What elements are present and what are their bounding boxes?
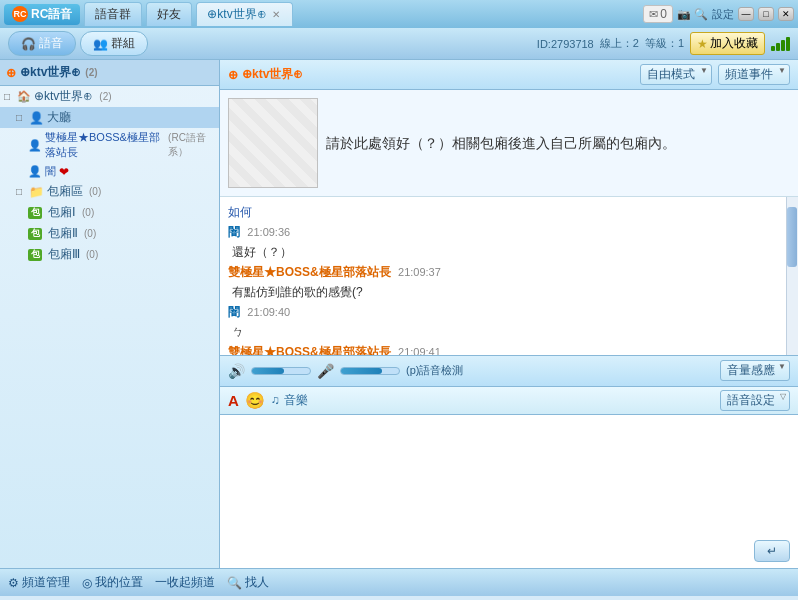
text-input-area: ↵ (220, 415, 798, 569)
mic-volume-fill (341, 368, 382, 374)
room1-count: (0) (82, 207, 94, 218)
my-location-label: 我的位置 (95, 574, 143, 591)
scrollbar-thumb[interactable] (787, 207, 797, 267)
sidebar-item-user1[interactable]: 👤 雙極星★BOSS&極星部落站長 (RC語音系） (0, 128, 219, 162)
channel-name: ⊕ktv世界⊕ (20, 64, 81, 81)
chat-message-4-header: 雙極星★BOSS&極星部落站長 21:09:41 (228, 343, 780, 355)
group-button[interactable]: 👥 群組 (80, 31, 148, 56)
speaker-volume-fill (252, 368, 284, 374)
voice-button[interactable]: 🎧 語音 (8, 31, 76, 56)
channel-header: ⊕ ⊕ktv世界⊕ (2) (0, 60, 219, 86)
room2-icon: 包 (28, 228, 42, 240)
chat-area[interactable]: 如何 闇 21:09:36 還好（？） 雙極星★BOSS&極星部落站長 21:0… (220, 197, 798, 355)
sidebar-item-ktv-root[interactable]: □ 🏠 ⊕ktv世界⊕ (2) (0, 86, 219, 107)
minimize-button[interactable]: — (738, 7, 754, 21)
channel-mgmt-button[interactable]: ⚙ 頻道管理 (8, 574, 70, 591)
close-button[interactable]: ✕ (778, 7, 794, 21)
rooms-count: (0) (89, 186, 101, 197)
chat-time-2: 21:09:37 (398, 266, 441, 278)
tab-ktv-label: ⊕ktv世界⊕ (207, 6, 266, 23)
chat-message-1b: 還好（？） (228, 243, 780, 261)
group-btn-label: 群組 (111, 35, 135, 52)
sidebar-item-room3[interactable]: 包 包廂Ⅲ (0) (0, 244, 219, 265)
window-controls: ✉ 0 📷 🔍 設定 — □ ✕ (643, 5, 794, 23)
sidebar: ⊕ ⊕ktv世界⊕ (2) □ 🏠 ⊕ktv世界⊕ (2) □ 👤 大廳 👤 雙… (0, 60, 220, 568)
user1-name: 雙極星★BOSS&極星部落站長 (45, 130, 165, 160)
collapse-button[interactable]: 一收起頻道 (155, 574, 215, 591)
ktv-root-label: ⊕ktv世界⊕ (34, 88, 93, 105)
audio-controls: 🔊 🎤 (p)語音檢測 音量感應 (220, 355, 798, 387)
welcome-text: 請於此處領好（？）相關包廂後進入自己所屬的包廂內。 (326, 98, 676, 188)
channel-icon: ⊕ (6, 66, 16, 80)
welcome-image (228, 98, 318, 188)
collapse-label: 一收起頻道 (155, 574, 215, 591)
level-label: 等級：1 (645, 36, 684, 51)
tab-yuyin[interactable]: 語音群 (84, 2, 142, 26)
sidebar-item-rooms[interactable]: □ 📁 包廂區 (0) (0, 181, 219, 202)
sidebar-item-room1[interactable]: 包 包廂Ⅰ (0) (0, 202, 219, 223)
speaker-icon: 🔊 (228, 363, 245, 379)
add-fav-button[interactable]: ★ 加入收藏 (690, 32, 765, 55)
music-icon: ♫ (271, 393, 280, 407)
voice-btn-label: 語音 (39, 35, 63, 52)
sidebar-item-room2[interactable]: 包 包廂Ⅱ (0) (0, 223, 219, 244)
music-button[interactable]: ♫ 音樂 (271, 391, 308, 409)
event-label: 頻道事件 (725, 67, 773, 81)
add-fav-label: 加入收藏 (710, 35, 758, 52)
ktv-root-count: (2) (99, 91, 111, 102)
emoji-button[interactable]: 😊 (245, 391, 265, 410)
folder-icon: 👤 (29, 111, 44, 125)
text-input[interactable] (228, 419, 790, 539)
speaker-volume-slider[interactable] (251, 367, 311, 375)
tab-yuyin-label: 語音群 (95, 6, 131, 23)
channel-count: (2) (85, 67, 97, 78)
chat-text-1b: 還好（？） (228, 245, 292, 259)
room2-label: 包廂Ⅱ (48, 225, 78, 242)
channel-header-icon: ⊕ (228, 68, 238, 82)
find-person-button[interactable]: 🔍 找人 (227, 574, 269, 591)
toolbar-right: ID:2793718 線上：2 等級：1 ★ 加入收藏 (537, 32, 790, 55)
event-button[interactable]: 頻道事件 (718, 64, 790, 85)
voice-settings-button[interactable]: 語音設定 (720, 390, 790, 411)
mode-controls: 自由模式 頻道事件 (640, 64, 790, 85)
app-name: RC語音 (31, 6, 72, 23)
channel-mgmt-label: 頻道管理 (22, 574, 70, 591)
room2-count: (0) (84, 228, 96, 239)
settings-label[interactable]: 設定 (712, 7, 734, 22)
mode-select[interactable]: 自由模式 (640, 64, 712, 85)
my-location-button[interactable]: ◎ 我的位置 (82, 574, 143, 591)
chat-name-4[interactable]: 雙極星★BOSS&極星部落站長 (228, 345, 391, 355)
maximize-button[interactable]: □ (758, 7, 774, 21)
content-channel-name: ⊕ ⊕ktv世界⊕ (228, 66, 303, 83)
mic-icon: 🎤 (317, 363, 334, 379)
font-button[interactable]: A (228, 392, 239, 409)
chat-message-3-header: 闇 21:09:40 (228, 303, 780, 321)
send-button[interactable]: ↵ (754, 540, 790, 562)
chat-name-1[interactable]: 闇 (228, 225, 240, 239)
sidebar-item-dating[interactable]: □ 👤 大廳 (0, 107, 219, 128)
chat-text-3b: ㄅ (228, 325, 244, 339)
content-header: ⊕ ⊕ktv世界⊕ 自由模式 頻道事件 (220, 60, 798, 90)
find-person-label: 找人 (245, 574, 269, 591)
rooms-icon: 📁 (29, 185, 44, 199)
voice-detect-label: (p)語音檢測 (406, 363, 463, 378)
mode-label: 自由模式 (647, 67, 695, 81)
tab-haoyou[interactable]: 好友 (146, 2, 192, 26)
close-icon[interactable]: ✕ (270, 9, 282, 20)
email-badge[interactable]: ✉ 0 (643, 5, 673, 23)
sensitivity-button[interactable]: 音量感應 (720, 360, 790, 381)
chat-name-2[interactable]: 雙極星★BOSS&極星部落站長 (228, 265, 391, 279)
id-label: ID:2793718 (537, 38, 594, 50)
chat-name-3[interactable]: 闇 (228, 305, 240, 319)
signal-icon (771, 37, 790, 51)
sidebar-item-user2[interactable]: 👤 闇 ❤ (0, 162, 219, 181)
gear-icon: ⚙ (8, 576, 19, 590)
tab-haoyou-label: 好友 (157, 6, 181, 23)
tab-ktv[interactable]: ⊕ktv世界⊕ ✕ (196, 2, 292, 26)
chat-time-1: 21:09:36 (247, 226, 290, 238)
content-channel-label: ⊕ktv世界⊕ (242, 66, 303, 83)
mic-volume-slider[interactable] (340, 367, 400, 375)
scrollbar-track[interactable] (786, 197, 798, 355)
send-btn-row: ↵ (228, 538, 790, 564)
titlebar: RC RC語音 語音群 好友 ⊕ktv世界⊕ ✕ ✉ 0 📷 🔍 設定 — □ … (0, 0, 798, 28)
